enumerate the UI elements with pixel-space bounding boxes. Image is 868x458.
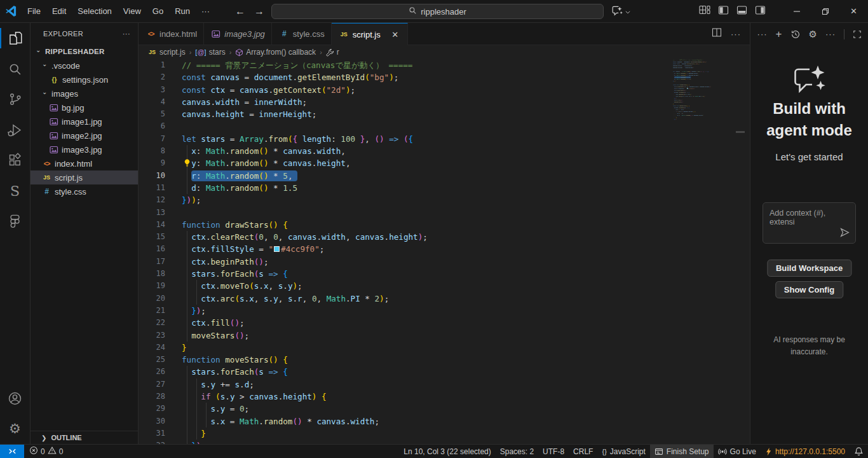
breadcrumb-item-array-from-callback[interactable]: Array.from() callback [235,48,316,57]
code-line[interactable]: 24} [139,342,750,354]
tree-item-image1.jpg[interactable]: image1.jpg [31,114,138,128]
status-finish-setup[interactable]: Finish Setup [650,445,714,458]
problems-indicator[interactable]: 0 0 [24,446,68,457]
status-eol[interactable]: CRLF [569,445,597,458]
chat-overflow-icon[interactable]: ··· [825,29,836,39]
tree-item-.vscode[interactable]: ⌄.vscode [31,59,138,73]
code-line[interactable]: 21 }); [139,305,750,317]
lightbulb-icon[interactable] [183,158,191,170]
chat-more-icon[interactable]: ··· [757,29,768,39]
tree-item-rippleshader[interactable]: ⌄RIPPLESHADER [31,45,138,59]
minimize-button[interactable] [782,0,811,22]
code-line[interactable]: 8 x: Math.random() * canvas.width, [139,145,750,157]
code-line[interactable]: 2const canvas = document.getElementById(… [139,71,750,83]
status-encoding[interactable]: UTF-8 [538,445,569,458]
search-icon[interactable] [0,53,30,84]
new-chat-icon[interactable]: + [776,28,782,41]
code-line[interactable]: 13 [139,207,750,219]
status-indentation[interactable]: Spaces: 2 [496,445,538,458]
code-line[interactable]: 28 if (s.y > canvas.height) { [139,391,750,403]
menu-file[interactable]: File [22,4,46,18]
code-line[interactable]: 5canvas.height = innerHeight; [139,108,750,120]
code-line[interactable]: 10 r: Math.random() * 5, [139,170,750,182]
figma-extension-icon[interactable] [0,206,30,237]
close-tab-icon[interactable]: ✕ [390,30,401,39]
outline-section[interactable]: ❯ OUTLINE [31,431,138,444]
status-live-server-url[interactable]: http://127.0.0.1:5500 [761,445,850,458]
tab-image3.jpg[interactable]: image3.jpg [204,23,272,45]
tree-item-script.js[interactable]: JSscript.js [31,170,138,184]
tree-item-settings.json[interactable]: {}settings.json [31,73,138,87]
tab-style.css[interactable]: #style.css [272,23,332,45]
tab-script.js[interactable]: JSscript.js✕ [332,23,408,45]
show-config-button[interactable]: Show Config [775,281,843,298]
tree-item-style.css[interactable]: #style.css [31,184,138,198]
menu-view[interactable]: View [118,4,147,18]
expand-panel-icon[interactable] [853,30,862,39]
code-line[interactable]: 27 s.y += s.d; [139,378,750,391]
status-language-mode[interactable]: {}JavaScript [597,445,649,458]
code-line[interactable]: 7let stars = Array.from({ length: 100 },… [139,133,750,145]
menu-go[interactable]: Go [147,4,169,18]
tab-index.html[interactable]: <>index.html [139,23,204,45]
code-line[interactable]: 9 y: Math.random() * canvas.height, [139,157,750,169]
tree-item-image2.jpg[interactable]: image2.jpg [31,128,138,142]
minimap[interactable]: // ===== 背景アニメーション（canvasで星が動く） =====con… [673,59,735,135]
settings-icon[interactable]: ⚙ [0,413,30,444]
command-center-search[interactable]: rippleshader [271,4,604,19]
close-window-button[interactable]: ✕ [839,0,868,22]
forward-arrow-icon[interactable]: → [254,6,264,17]
toggle-secondary-sidebar-icon[interactable] [755,6,766,17]
code-line[interactable]: 1// ===== 背景アニメーション（canvasで星が動く） ===== [139,59,750,71]
tree-item-images[interactable]: ⌄images [31,87,138,101]
breadcrumb-item-r[interactable]: r [326,48,339,57]
s-extension-icon[interactable]: S [0,176,30,206]
explorer-icon[interactable] [0,23,30,53]
customize-layout-icon[interactable] [699,5,710,17]
code-line[interactable]: 29 s.y = 0; [139,403,750,415]
code-line[interactable]: 23 moveStars(); [139,330,750,342]
code-line[interactable]: 22 ctx.fill(); [139,317,750,329]
editor-more-actions-icon[interactable]: ··· [731,28,741,39]
send-icon[interactable] [839,227,850,240]
code-line[interactable]: 26 stars.forEach(s => { [139,366,750,378]
status-cursor-position[interactable]: Ln 10, Col 3 (22 selected) [399,445,495,458]
extensions-icon[interactable] [0,145,30,176]
build-workspace-button[interactable]: Build Workspace [767,260,851,277]
split-editor-icon[interactable] [712,27,722,40]
code-line[interactable]: 11 d: Math.random() * 1.5 [139,182,750,194]
code-line[interactable]: 12})); [139,194,750,206]
tree-item-index.html[interactable]: <>index.html [31,156,138,170]
menubar-more[interactable]: ··· [196,4,215,18]
tree-item-bg.jpg[interactable]: bg.jpg [31,101,138,114]
code-line[interactable]: 25function moveStars() { [139,354,750,366]
code-line[interactable]: 30 s.x = Math.random() * canvas.width; [139,415,750,427]
menu-edit[interactable]: Edit [46,4,72,18]
code-line[interactable]: 14function drawStars() { [139,219,750,231]
chat-settings-icon[interactable]: ⚙ [809,29,817,40]
code-line[interactable]: 16 ctx.fillStyle = "#4cc9f0"; [139,243,750,255]
code-line[interactable]: 18 stars.forEach(s => { [139,268,750,280]
restore-button[interactable] [811,0,839,22]
menu-selection[interactable]: Selection [72,4,117,18]
toggle-panel-icon[interactable] [736,6,747,17]
breadcrumb-item-stars[interactable]: [@]stars [195,48,225,57]
status-go-live[interactable]: Go Live [714,445,761,458]
chat-history-icon[interactable] [790,29,801,39]
explorer-more-icon[interactable]: ··· [123,30,130,38]
notifications-bell-icon[interactable] [850,445,868,458]
code-line[interactable]: 20 ctx.arc(s.x, s.y, s.r, 0, Math.PI * 2… [139,293,750,305]
breadcrumb-item-script-js[interactable]: JSscript.js [147,48,186,57]
code-line[interactable]: 15 ctx.clearRect(0, 0, canvas.width, can… [139,231,750,243]
run-debug-icon[interactable] [0,114,30,145]
code-line[interactable]: 31 } [139,427,750,440]
copilot-menu-button[interactable] [611,5,631,18]
remote-indicator[interactable] [0,445,24,458]
account-icon[interactable] [0,383,30,413]
source-control-icon[interactable] [0,84,30,114]
code-line[interactable]: 6 [139,120,750,132]
code-line[interactable]: 19 ctx.moveTo(s.x, s.y); [139,280,750,292]
code-editor[interactable]: 1// ===== 背景アニメーション（canvasで星が動く） =====2c… [139,59,750,444]
menu-run[interactable]: Run [169,4,196,18]
back-arrow-icon[interactable]: ← [235,6,245,17]
